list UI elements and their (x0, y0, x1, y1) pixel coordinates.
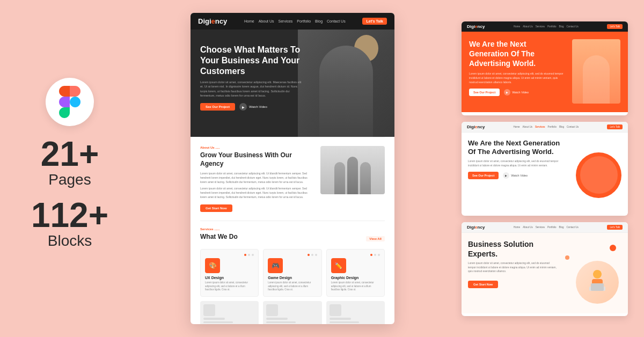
view-all-link[interactable]: View All (366, 236, 385, 241)
person-placeholder-1 (572, 39, 620, 104)
mini-logo-1: Digiency (467, 24, 485, 29)
illus-circle-small (565, 255, 569, 260)
illustration-person (576, 261, 619, 304)
left-panel: 21+ Pages 112+ Blocks (16, 78, 123, 259)
hero-title: Choose What Matters To Your Business And… (200, 45, 302, 77)
dot-4 (315, 254, 317, 256)
hero-secondary-btn[interactable]: ▶ Watch Video (239, 103, 267, 111)
figma-logo (46, 78, 94, 126)
ghost-text-6 (330, 321, 359, 323)
card2-secondary-btn[interactable]: ▶ Watch Video (503, 172, 528, 179)
center-preview: Digiency Home About Us Services Portfoli… (191, 13, 394, 324)
card1-body: We Are the Next Generation Of The Advert… (462, 32, 628, 112)
card1-btns: See Our Project ▶ Watch Video (469, 89, 567, 96)
card1-desc: Lorem ipsum dolor sit amet, consectetur … (469, 71, 567, 84)
nav-portfolio[interactable]: Portfolio (297, 19, 311, 23)
hero-person-graphic (298, 30, 394, 137)
play-icon: ▶ (239, 103, 247, 111)
card2-text: We Are the Next Generation Of The Advert… (468, 139, 568, 179)
card2-desc: Lorem ipsum dolor sit amet, consectetur … (468, 159, 568, 167)
graphic-title: Graphic Design (331, 276, 380, 280)
card3-text: Business Solution Experts. Lorem ipsum d… (468, 239, 557, 288)
service-card-ux: 🎨 UX Design Lorem ipsum dolor sit amet, … (200, 249, 259, 297)
about-tag: About Us ..... (200, 146, 314, 149)
illus-circle-big (610, 245, 616, 251)
person-fig-1 (334, 162, 345, 194)
card1-secondary-btn[interactable]: ▶ Watch Video (504, 89, 529, 96)
card2-primary-btn[interactable]: See Our Project (468, 172, 499, 179)
ghost-text-1 (203, 318, 225, 320)
mini-btn-3[interactable]: Let's Talk (607, 225, 623, 230)
about-desc1: Lorem ipsum dolor sit amet, consectetur … (200, 171, 314, 184)
ghost-icon-1 (203, 304, 215, 316)
game-icon: 🎮 (268, 258, 283, 273)
nav-about[interactable]: About Us (259, 19, 274, 23)
about-btn[interactable]: Get Start Now (200, 204, 232, 212)
blocks-number: 112+ (31, 198, 108, 232)
orange-circle (576, 152, 621, 198)
dot-active-3 (370, 254, 372, 256)
mini-btn-2[interactable]: Let's Talk (607, 124, 623, 129)
person-fig-3 (360, 162, 371, 194)
card2-heading: We Are the Next Generation Of The Advert… (468, 139, 568, 157)
person-body (319, 46, 373, 137)
nav-services[interactable]: Services (279, 19, 293, 23)
mini-links-1: HomeAbout UsServicesPortfolioBlogContact… (514, 25, 579, 28)
nav-contact[interactable]: Contact Us (327, 19, 346, 23)
card3-btn[interactable]: Get Start Now (468, 281, 498, 288)
about-section: About Us ..... Grow Your Business With O… (191, 137, 394, 221)
about-text: About Us ..... Grow Your Business With O… (200, 146, 314, 212)
ux-desc: Lorem ipsum dolor sit amet, consectetur … (205, 281, 254, 292)
nav-blog[interactable]: Blog (315, 19, 323, 23)
hero-image (298, 30, 394, 137)
hero-primary-btn[interactable]: See Our Project (200, 103, 235, 111)
ghost-text-5 (330, 318, 351, 320)
about-desc2: Lorem ipsum dolor sit amet, consectetur … (200, 186, 314, 199)
game-title: Game Design (268, 276, 317, 280)
site-hero: Choose What Matters To Your Business And… (191, 30, 394, 137)
mini-links-3: HomeAbout UsServicesPortfolioBlogContact… (514, 226, 579, 229)
card1-primary-btn[interactable]: See Our Project (469, 89, 500, 96)
service-dots-2 (268, 254, 317, 256)
card3-illustration (562, 239, 621, 309)
person-fig-2 (347, 157, 358, 194)
service-card-graphic: ✏️ Graphic Design Lorem ipsum dolor sit … (326, 249, 385, 297)
services-tag: Services ...... (200, 228, 385, 231)
card2-body: We Are the Next Generation Of The Advert… (462, 133, 628, 213)
dot-3 (311, 254, 313, 256)
mini-logo-2: Digiency (467, 124, 485, 129)
dot-5 (374, 254, 376, 256)
ghost-text-3 (266, 318, 288, 320)
svg-point-0 (593, 270, 602, 279)
services-more-row (200, 301, 385, 324)
nav-cta-button[interactable]: Let's Talk (362, 18, 387, 25)
ghost-card-1 (200, 301, 259, 324)
preview-card-illustrated: Digiency HomeAbout UsServicesPortfolioBl… (462, 222, 628, 316)
ghost-text-4 (266, 321, 296, 323)
dot-6 (378, 254, 380, 256)
preview-card-white-circle: Digiency HomeAbout UsServicesPortfolioBl… (462, 122, 628, 216)
ghost-icon-2 (266, 304, 278, 316)
service-card-game: 🎮 Game Design Lorem ipsum dolor sit amet… (263, 249, 321, 297)
dot-1 (248, 254, 250, 256)
ghost-icon-3 (330, 304, 341, 316)
service-dots (205, 254, 254, 256)
card2-btns: See Our Project ▶ Watch Video (468, 172, 568, 179)
hero-description: Lorem ipsum dolor sit amet, consectetur … (200, 80, 302, 98)
mini-btn-1[interactable]: Let's Talk (607, 24, 623, 29)
ghost-card-2 (263, 301, 321, 324)
service-dots-3 (331, 254, 380, 256)
services-section: Services ...... What We Do View All 🎨 UX… (191, 221, 394, 324)
card1-text: We Are the Next Generation Of The Advert… (469, 39, 567, 97)
about-image (320, 146, 385, 194)
ghost-card-3 (326, 301, 385, 324)
dot-2 (252, 254, 254, 256)
right-panels: Digiency HomeAbout UsServicesPortfolioBl… (462, 21, 628, 316)
card3-desc: Lorem ipsum dolor sit amet, consectetur … (468, 261, 557, 274)
main-container: 21+ Pages 112+ Blocks Digiency Home Abou… (0, 0, 644, 337)
card2-image (573, 139, 621, 198)
play-icon-card2: ▶ (503, 172, 509, 179)
nav-home[interactable]: Home (244, 19, 254, 23)
site-navbar: Digiency Home About Us Services Portfoli… (191, 13, 394, 30)
play-icon-card1: ▶ (504, 89, 510, 96)
